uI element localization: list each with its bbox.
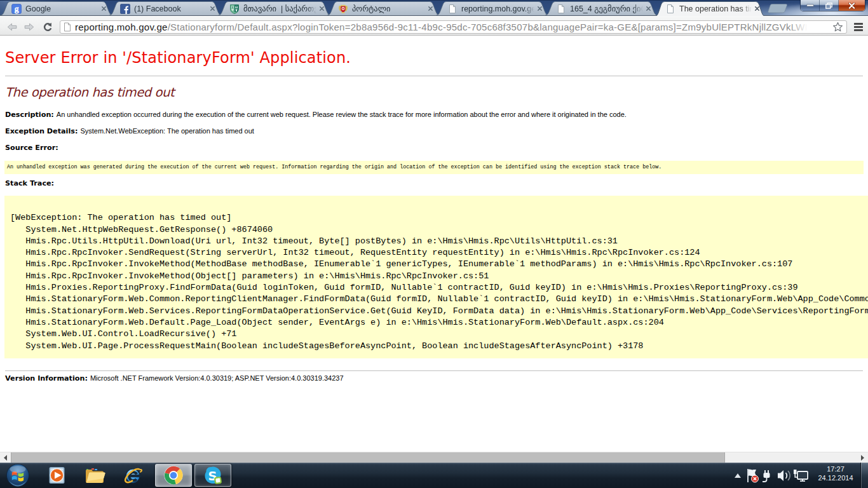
minimize-button[interactable] [801,0,820,11]
url-text[interactable]: reporting.moh.gov.ge/Stationaryform/Defa… [75,22,831,32]
url-host: reporting.moh.gov.ge [75,22,168,32]
tab-close-icon[interactable] [646,6,651,11]
tab-title: (1) Facebook [134,4,207,13]
version-label: Version Information: [5,374,88,383]
back-icon [7,23,17,31]
power-plug-icon[interactable] [760,463,775,488]
url-path: /Stationaryform/Default.aspx?loginToken=… [168,22,813,32]
restore-icon [825,3,832,9]
scroll-left-button[interactable] [0,452,11,463]
scroll-right-icon [861,455,864,461]
exception-line: Exception Details:System.Net.WebExceptio… [5,127,254,135]
horizontal-scrollbar[interactable] [0,452,868,463]
source-error-line: Source Error: [5,144,61,152]
clock-time: 17:27 [812,464,859,473]
clock-date: 24.12.2014 [812,473,859,482]
system-tray [731,463,810,488]
tab-title: მთავარი | საქართვე [243,4,316,13]
taskbar-skype[interactable]: S [194,464,231,487]
tab-close-icon[interactable] [537,6,543,11]
taskbar-ie[interactable] [114,464,151,487]
tab-165-4[interactable]: 165_4 გეგმიური ქირუ [545,1,657,16]
back-button[interactable] [5,17,19,37]
address-bar[interactable]: reporting.moh.gov.ge/Stationaryform/Defa… [60,20,847,34]
restore-button[interactable] [820,0,839,11]
tab-title: Google [25,4,98,13]
google-favicon: g [11,4,22,14]
action-center-icon[interactable] [745,463,760,488]
error-subtitle: The operation has timed out [5,85,174,100]
close-icon [848,3,856,9]
tab-error-active[interactable]: The operation has tim [654,1,766,16]
tab-google[interactable]: g Google [1,1,112,16]
menu-bar [854,29,863,31]
tab-title: reporting.moh.gov.ge [461,4,534,13]
stack-trace-text: [WebException: The operation has timed o… [4,196,868,352]
page-icon [64,22,71,32]
tab-close-icon[interactable] [754,6,760,11]
menu-bar [854,23,863,25]
url-fade [789,22,817,32]
facebook-favicon [120,4,130,14]
network-icon[interactable] [792,463,810,488]
scroll-left-icon [4,455,7,461]
reload-icon [43,22,53,32]
menu-button[interactable] [854,22,863,32]
stack-trace-label: Stack Trace: [5,179,54,187]
tab-facebook[interactable]: (1) Facebook [109,1,221,16]
skype-icon: S [203,465,223,485]
taskbar-chrome[interactable] [155,464,192,487]
tab-close-icon[interactable] [428,6,433,11]
version-line: Version Information:Microsoft .NET Frame… [5,374,344,383]
exception-text: System.Net.WebException: The operation h… [80,127,254,135]
divider [5,370,863,371]
taskbar: S [0,463,868,488]
window-controls [801,0,865,11]
folder-icon [84,465,105,485]
close-button[interactable] [839,0,865,11]
taskbar-wmp[interactable] [38,464,75,487]
screen: g Google (1) Facebook მთავარი | საქარ [0,0,868,488]
tab-close-icon[interactable] [101,6,107,11]
google-g-glyph: g [15,4,19,13]
tab-moh-home[interactable]: მთავარი | საქართვე [219,1,330,16]
exception-label: Exception Details: [5,127,78,135]
description-line: Description:An unhandled exception occur… [5,111,627,119]
taskbar-clock[interactable]: 17:27 24.12.2014 [812,464,859,486]
error-page: Server Error in '/StationaryForm' Applic… [0,36,868,452]
forward-button[interactable] [22,17,36,37]
tab-reporting[interactable]: reporting.moh.gov.ge [437,1,548,16]
georgia-emblem-favicon [338,4,348,14]
wmp-icon [46,465,67,485]
tab-title: 165_4 გეგმიური ქირუ [570,4,643,13]
blank-page-favicon [556,4,566,14]
internet-explorer-icon [122,465,144,485]
bookmark-star-icon[interactable] [832,22,843,32]
tab-close-icon[interactable] [319,6,325,11]
forward-icon [24,23,34,31]
stack-trace-line: Stack Trace: [5,179,57,187]
tab-portal[interactable]: პორტალი [327,1,439,16]
start-button[interactable] [3,464,33,487]
show-desktop-button[interactable] [860,463,868,488]
version-text: Microsoft .NET Framework Version:4.0.303… [90,374,344,382]
taskbar-explorer[interactable] [76,464,113,487]
tab-close-icon[interactable] [210,6,215,11]
source-error-box: An unhandled exception was generated dur… [4,161,864,174]
scroll-right-button[interactable] [857,452,868,463]
blank-page-favicon [447,4,458,14]
tab-title: The operation has tim [679,4,752,13]
menu-bar [854,26,863,28]
windows-start-icon [6,463,30,487]
description-label: Description: [5,111,54,119]
new-tab-button[interactable] [766,3,790,14]
error-title: Server Error in '/StationaryForm' Applic… [5,49,351,67]
divider [5,76,863,76]
chrome-icon [163,465,184,485]
scrollbar-thumb[interactable] [11,452,725,463]
minimize-icon [806,4,814,7]
description-text: An unhandled exception occurred during t… [57,111,627,118]
volume-icon[interactable] [775,463,792,488]
tray-expand-icon[interactable] [731,463,745,488]
reload-button[interactable] [41,17,55,37]
